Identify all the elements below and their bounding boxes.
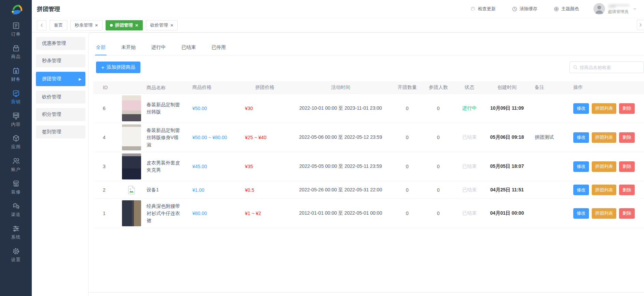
column-header: 操作: [568, 84, 644, 91]
edit-button[interactable]: 修改: [573, 185, 589, 195]
cell-group-price: ¥1 ~ ¥2: [238, 211, 289, 216]
cell-status: 已结束: [454, 210, 485, 216]
close-icon[interactable]: ×: [95, 23, 98, 28]
group-list-button[interactable]: 拼团列表: [592, 132, 616, 143]
cell-status: 进行中: [454, 105, 485, 111]
sidebar-item[interactable]: 设置: [0, 247, 32, 270]
page-tab[interactable]: 拼团管理 ×: [106, 20, 143, 30]
sidebar-item[interactable]: 订单: [0, 22, 32, 44]
sidebar-item[interactable]: 内容: [0, 112, 32, 134]
submenu-item[interactable]: 签到管理 ▶: [36, 125, 85, 138]
status-filter-tab[interactable]: 已结束: [181, 44, 196, 55]
cell-open-count: 0: [392, 106, 423, 111]
cell-status: 已结束: [454, 187, 485, 193]
cell-status: 已结束: [454, 134, 485, 140]
submenu-item[interactable]: 拼团管理 ▶: [36, 72, 85, 86]
submenu-item-label: 拼团管理: [42, 76, 61, 82]
close-icon[interactable]: ×: [170, 23, 174, 28]
cell-id: 3: [93, 164, 119, 169]
finance-icon: [12, 67, 20, 75]
cell-product-name: 经典深色附腰带衬衫式牛仔连衣裙: [144, 203, 190, 224]
marketing-submenu: 优惠券管理 ▶ 秒杀管理 ▶ 拼团管理 ▶ 砍价管理: [32, 32, 88, 296]
delete-button[interactable]: 删除: [619, 103, 635, 114]
cell-actions: 修改 拼团列表 删除: [568, 185, 644, 195]
edit-button[interactable]: 修改: [573, 132, 589, 143]
edit-button[interactable]: 修改: [573, 103, 589, 114]
delete-button[interactable]: 删除: [619, 208, 635, 219]
sidebar-item[interactable]: 应用: [0, 134, 32, 157]
sidebar-item[interactable]: 渠道: [0, 202, 32, 225]
tab-label: 首页: [54, 22, 63, 28]
submenu-item[interactable]: 秒杀管理 ▶: [36, 54, 85, 67]
cell-status: 已结束: [454, 163, 485, 170]
submenu-item[interactable]: 优惠券管理 ▶: [36, 37, 85, 50]
status-filter-tab[interactable]: 进行中: [151, 44, 166, 55]
cell-join-count: 0: [423, 164, 454, 169]
delete-button[interactable]: 删除: [619, 132, 635, 143]
cell-created-time: 05月05日 18:07: [485, 163, 529, 170]
submenu-item-label: 优惠券管理: [42, 40, 66, 46]
delete-button[interactable]: 删除: [619, 161, 635, 172]
group-list-button[interactable]: 拼团列表: [592, 103, 616, 114]
group-list-button[interactable]: 拼团列表: [592, 161, 616, 172]
header-action[interactable]: 主题颜色: [554, 6, 579, 12]
cell-product-name: 春装新品定制蕾丝韩版: [144, 101, 190, 116]
status-filter-tab[interactable]: 已停用: [211, 44, 226, 55]
column-header: 参团人数: [423, 84, 454, 91]
cell-group-price: ¥25 ~ ¥40: [238, 135, 289, 140]
group-list-button[interactable]: 拼团列表: [592, 208, 616, 219]
delete-button[interactable]: 删除: [619, 185, 635, 195]
sidebar-item[interactable]: 账户: [0, 157, 32, 179]
page-tab[interactable]: 秒杀管理 ×: [70, 20, 102, 30]
chevron-right-icon: [639, 23, 643, 27]
column-header: 商品价格: [190, 84, 238, 91]
submenu-item[interactable]: 积分管理 ▶: [36, 108, 85, 121]
sidebar-item[interactable]: 财务: [0, 67, 32, 89]
page-tab[interactable]: 首页 ×: [50, 20, 67, 30]
header-action[interactable]: 清除缓存: [512, 6, 537, 12]
submenu-item[interactable]: 砍价管理 ▶: [36, 91, 85, 104]
close-icon[interactable]: ×: [135, 23, 138, 28]
status-filter-tab[interactable]: 全部: [96, 44, 106, 55]
active-dot-icon: [110, 24, 113, 27]
header-action[interactable]: 检查更新: [470, 6, 496, 12]
edit-button[interactable]: 修改: [573, 208, 589, 219]
cell-group-price: ¥0.5: [238, 187, 289, 193]
status-filter-tab[interactable]: 未开始: [121, 44, 136, 55]
sidebar-item[interactable]: 商品: [0, 44, 32, 67]
sidebar-item[interactable]: 系统: [0, 225, 32, 247]
sidebar-item[interactable]: 装修: [0, 179, 32, 202]
cell-actions: 修改 拼团列表 删除: [568, 103, 644, 114]
decorate-icon: [12, 179, 20, 188]
add-group-product-button[interactable]: + 添加拼团商品: [96, 62, 140, 73]
cell-activity-time: 2022-05-05 00:00 至 2022-05-11 23:59: [289, 163, 392, 170]
group-list-button[interactable]: 拼团列表: [592, 185, 616, 195]
tabs-scroll-left-button[interactable]: [37, 20, 46, 30]
apps-icon: [12, 134, 20, 143]
table-header-row: ID 商品名称 商品价格 拼团价格 活动时间 开团数量: [93, 81, 644, 94]
cell-product-price: ¥50.00 ~ ¥80.00: [190, 135, 238, 140]
username: 188********: [608, 3, 629, 9]
submenu-item-label: 砍价管理: [42, 94, 61, 100]
submenu-item-label: 秒杀管理: [42, 58, 61, 64]
page-tab[interactable]: 砍价管理 ×: [146, 20, 178, 30]
app-root: 订单 商品 财务 营销 内容: [0, 0, 644, 296]
cell-remark: 拼团测试: [529, 134, 568, 140]
plus-icon: +: [101, 65, 105, 70]
column-header: 开团数量: [392, 84, 423, 91]
table-row: 2 设备1 ¥1.00 ¥0.5 2022-05-26 00:00 至 2022…: [93, 181, 644, 199]
cell-created-time: 04月01日 00:00: [485, 210, 529, 216]
sidebar-item[interactable]: 营销: [0, 89, 32, 112]
order-icon: [12, 22, 20, 30]
status-filter-tabs: 全部 未开始 进行中 已结束: [96, 41, 644, 55]
search-input[interactable]: [580, 65, 644, 70]
status-badge: 已结束: [462, 187, 477, 193]
edit-button[interactable]: 修改: [573, 161, 589, 172]
theme-color-icon: [554, 6, 559, 12]
system-icon: [12, 225, 20, 233]
clear-cache-icon: [512, 6, 517, 12]
cell-open-count: 0: [392, 211, 423, 216]
tabs-scroll-right-button[interactable]: [637, 20, 644, 30]
cell-activity-time: 2022-05-26 00:00 至 2022-05-31 22:00: [289, 187, 392, 193]
user-menu[interactable]: 188******** 超级管理员: [593, 3, 636, 15]
